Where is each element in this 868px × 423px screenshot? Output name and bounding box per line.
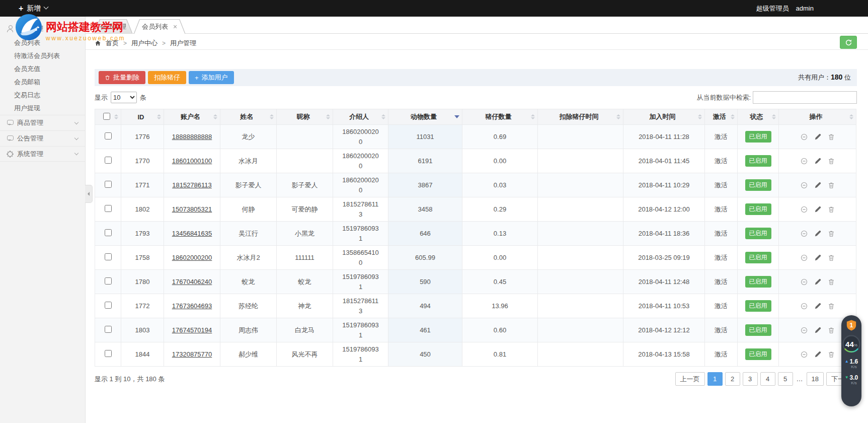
delete-icon[interactable] xyxy=(828,133,835,140)
edit-icon[interactable] xyxy=(814,206,821,213)
sidebar-item[interactable]: 用户提现 xyxy=(0,102,85,115)
net-speed-widget[interactable]: 1 44% ▲1.6 K/s ▼3.0 K/s xyxy=(841,315,861,406)
delete-icon[interactable] xyxy=(828,254,835,261)
row-checkbox[interactable] xyxy=(105,302,112,309)
account-link[interactable]: 13456841635 xyxy=(172,230,212,237)
disable-icon[interactable] xyxy=(801,182,808,189)
cell-id: 1771 xyxy=(121,173,164,197)
row-checkbox[interactable] xyxy=(105,326,112,333)
edit-icon[interactable] xyxy=(814,278,821,286)
disable-icon[interactable] xyxy=(801,278,808,286)
delete-icon[interactable] xyxy=(828,278,835,286)
disable-icon[interactable] xyxy=(801,230,808,237)
page-button[interactable]: 4 xyxy=(760,372,775,386)
page-size-select[interactable]: 10 xyxy=(111,92,137,103)
page-button[interactable]: 18 xyxy=(807,372,824,386)
tab[interactable]: 会员列表 × xyxy=(134,20,185,34)
disable-icon[interactable] xyxy=(801,303,808,310)
breadcrumb-item[interactable]: 用户中心 xyxy=(131,39,157,48)
sidebar-item[interactable]: 待激活会员列表 xyxy=(0,49,85,62)
batch-delete-button[interactable]: 批量删除 xyxy=(99,71,145,84)
account-link[interactable]: 18602000200 xyxy=(172,254,212,261)
edit-icon[interactable] xyxy=(814,182,821,189)
sidebar-item[interactable]: 会员列表 xyxy=(0,36,85,49)
account-link[interactable]: 17674570194 xyxy=(172,326,212,334)
delete-icon[interactable] xyxy=(828,182,835,189)
column-header[interactable]: 介绍人 xyxy=(333,109,388,125)
disable-icon[interactable] xyxy=(801,351,808,358)
tab-close-icon[interactable]: × xyxy=(173,23,177,30)
sidebar-item[interactable]: 公告管理 xyxy=(0,130,85,146)
disable-icon[interactable] xyxy=(801,133,808,140)
delete-icon[interactable] xyxy=(828,158,835,165)
refresh-button[interactable] xyxy=(840,36,857,49)
edit-icon[interactable] xyxy=(814,230,821,237)
row-checkbox[interactable] xyxy=(105,205,112,212)
disable-icon[interactable] xyxy=(801,206,808,213)
deduct-piglet-button[interactable]: 扣除猪仔 xyxy=(148,71,186,84)
edit-icon[interactable] xyxy=(814,327,821,334)
add-user-button[interactable]: + 添加用户 xyxy=(189,71,234,84)
sidebar-item[interactable]: 商品管理 xyxy=(0,115,85,130)
page-button[interactable]: 5 xyxy=(778,372,793,386)
column-header[interactable]: 猪仔数量 xyxy=(462,109,538,125)
column-header[interactable]: 扣除猪仔时间 xyxy=(538,109,623,125)
column-header[interactable]: 操作 xyxy=(779,109,856,125)
add-new-menu[interactable]: + 新增 xyxy=(19,4,48,13)
column-header[interactable]: ID xyxy=(121,109,164,125)
search-input[interactable] xyxy=(753,91,857,104)
column-header[interactable]: 动物数量 xyxy=(388,109,462,125)
delete-icon[interactable] xyxy=(828,303,835,310)
page-button[interactable]: … xyxy=(796,372,804,386)
account-link[interactable]: 18601000100 xyxy=(172,157,212,165)
column-header[interactable]: 状态 xyxy=(738,109,779,125)
sidebar-item[interactable]: 会员充值 xyxy=(0,62,85,76)
page-button[interactable]: 3 xyxy=(743,372,758,386)
account-link[interactable]: 18152786113 xyxy=(172,181,212,189)
sidebar-item[interactable]: 会员管理 xyxy=(0,21,85,36)
row-checkbox[interactable] xyxy=(105,132,112,139)
edit-icon[interactable] xyxy=(814,254,821,261)
delete-icon[interactable] xyxy=(828,230,835,237)
disable-icon[interactable] xyxy=(801,254,808,261)
breadcrumb-home[interactable]: 首页 xyxy=(106,39,119,48)
page-button[interactable]: 2 xyxy=(725,372,740,386)
select-all-checkbox[interactable] xyxy=(103,113,110,120)
row-checkbox[interactable] xyxy=(105,253,112,260)
edit-icon[interactable] xyxy=(814,158,821,165)
row-checkbox[interactable] xyxy=(105,350,112,357)
account-link[interactable]: 15073805321 xyxy=(172,205,212,213)
cell-join-time: 2018-03-25 09:19 xyxy=(623,246,705,270)
page-button[interactable]: 上一页 xyxy=(675,372,705,386)
column-header[interactable]: 加入时间 xyxy=(623,109,705,125)
account-link[interactable]: 18888888888 xyxy=(172,133,212,140)
sidebar-item[interactable]: 会员邮箱 xyxy=(0,76,85,89)
row-checkbox[interactable] xyxy=(105,277,112,285)
sidebar-item[interactable]: 系统管理 xyxy=(0,146,85,162)
account-link[interactable]: 17320875770 xyxy=(172,350,212,358)
row-checkbox[interactable] xyxy=(105,229,112,236)
edit-icon[interactable] xyxy=(814,133,821,140)
sidebar-collapse-handle[interactable] xyxy=(85,185,93,203)
column-header[interactable]: 账户名 xyxy=(164,109,220,125)
select-all-header[interactable] xyxy=(95,109,121,125)
row-checkbox[interactable] xyxy=(105,157,112,164)
account-link[interactable]: 17670406240 xyxy=(172,278,212,286)
edit-icon[interactable] xyxy=(814,303,821,310)
column-header[interactable]: 激活 xyxy=(705,109,738,125)
delete-icon[interactable] xyxy=(828,327,835,334)
column-header[interactable]: 姓名 xyxy=(220,109,277,125)
sidebar-item[interactable]: 交易日志 xyxy=(0,89,85,102)
disable-icon[interactable] xyxy=(801,327,808,334)
edit-icon[interactable] xyxy=(814,351,821,358)
account-link[interactable]: 17673604693 xyxy=(172,302,212,310)
tab[interactable]: 会员管理 × xyxy=(95,20,132,33)
total-users: 共有用户：180 位 xyxy=(798,73,851,82)
row-checkbox[interactable] xyxy=(105,181,112,188)
delete-icon[interactable] xyxy=(828,351,835,358)
column-header[interactable]: 昵称 xyxy=(277,109,333,125)
page-button[interactable]: 1 xyxy=(707,372,723,386)
user-menu[interactable]: 超级管理员 admin xyxy=(756,4,814,13)
delete-icon[interactable] xyxy=(828,206,835,213)
disable-icon[interactable] xyxy=(801,158,808,165)
